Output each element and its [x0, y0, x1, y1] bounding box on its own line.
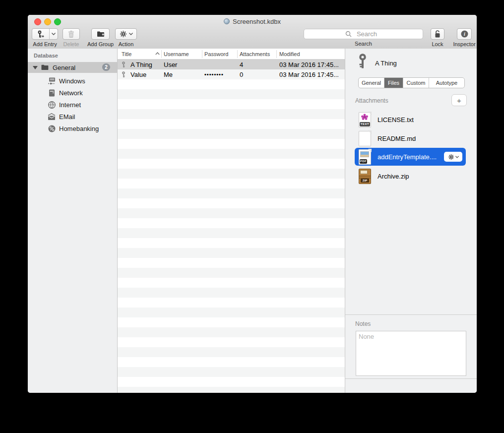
document-icon — [224, 18, 230, 24]
table-row[interactable]: A Thing User 4 03 Mar 2016 17:45... — [118, 60, 345, 69]
sidebar-item-network[interactable]: Network — [28, 87, 117, 99]
sidebar-item-label: Internet — [59, 101, 81, 109]
svg-text:i: i — [464, 31, 465, 37]
sidebar-group-badge: 2 — [102, 63, 110, 71]
sidebar-item-label: Network — [59, 89, 83, 97]
add-group-label: Add Group — [87, 41, 114, 47]
info-icon: i — [461, 30, 468, 38]
key-plus-icon — [32, 29, 50, 39]
add-entry-label: Add Entry — [33, 41, 57, 47]
text-file-icon: TEXT — [359, 112, 371, 127]
add-entry-group: Add Entry — [32, 28, 58, 47]
attachment-name: addEntryTemplate.... — [378, 153, 437, 161]
action-button[interactable] — [115, 28, 137, 40]
titlebar[interactable]: Screenshot.kdbx — [28, 15, 477, 28]
lock-button[interactable] — [431, 28, 444, 40]
tab-general[interactable]: General — [359, 78, 384, 88]
cell-title: Value — [130, 69, 146, 79]
percent-icon — [48, 125, 56, 132]
add-group-group: Add Group — [87, 28, 114, 47]
chevron-down-icon — [129, 33, 133, 35]
cell-title: A Thing — [130, 60, 152, 69]
notes-textarea[interactable] — [356, 331, 466, 376]
key-icon — [121, 71, 126, 78]
column-divider[interactable] — [237, 50, 238, 58]
app-window: Screenshot.kdbx Add Entry — [28, 15, 477, 393]
lock-group: Lock — [428, 28, 447, 47]
cell-username: User — [164, 60, 177, 69]
sidebar-item-email[interactable]: EMail — [28, 111, 117, 123]
cell-modified: 03 Mar 2016 17:45... — [279, 69, 339, 79]
attachment-row-archive[interactable]: ZIP Archive.zip — [352, 167, 469, 186]
column-header-password[interactable]: Password — [204, 49, 228, 60]
windows-icon — [48, 77, 56, 85]
inspector-button[interactable]: i — [457, 28, 472, 40]
tab-custom[interactable]: Custom — [403, 78, 429, 88]
attachment-row-readme[interactable]: README.md — [352, 129, 469, 148]
sidebar-item-homebanking[interactable]: Homebanking — [28, 123, 117, 134]
disclosure-triangle-icon[interactable] — [33, 66, 38, 69]
column-divider[interactable] — [276, 50, 277, 58]
empty-rows[interactable] — [118, 79, 345, 393]
add-entry-button[interactable] — [32, 28, 58, 40]
sidebar-item-internet[interactable]: Internet — [28, 99, 117, 111]
sidebar: Database General 2 Windows Network — [28, 49, 118, 393]
add-attachment-button[interactable]: + — [451, 94, 467, 106]
folder-plus-icon — [97, 31, 105, 37]
inspector-group: i Inspector — [450, 28, 477, 47]
tab-autotype[interactable]: Autotype — [429, 78, 464, 88]
search-label: Search — [355, 41, 372, 47]
delete-button[interactable] — [63, 28, 80, 40]
sort-ascending-icon — [155, 52, 160, 55]
inspector-label: Inspector — [453, 41, 475, 47]
column-header-modified[interactable]: Modified — [279, 49, 300, 60]
tab-files[interactable]: Files — [384, 78, 403, 88]
attachment-name: README.md — [378, 135, 416, 142]
notes-label: Notes — [355, 320, 371, 327]
entry-title: A Thing — [375, 60, 397, 67]
attachment-action-button[interactable] — [444, 152, 462, 162]
pdf-file-icon: PDF — [359, 149, 371, 165]
window-title: Screenshot.kdbx — [233, 18, 281, 25]
search-group: Search — [304, 29, 423, 47]
chevron-down-icon — [455, 156, 459, 158]
gear-icon — [448, 154, 454, 160]
add-entry-dropdown[interactable] — [50, 29, 58, 39]
sidebar-item-label: Windows — [59, 77, 85, 85]
folder-icon — [41, 64, 49, 70]
attachment-row-license[interactable]: TEXT LICENSE.txt — [352, 110, 469, 129]
sidebar-item-label: Homebanking — [59, 125, 99, 132]
sidebar-group-label: General — [53, 64, 75, 71]
sidebar-item-label: EMail — [59, 113, 75, 121]
attachment-name: LICENSE.txt — [378, 116, 414, 124]
column-header-attachments[interactable]: Attachments — [240, 49, 270, 60]
search-input[interactable] — [304, 29, 423, 39]
cell-attachments: 4 — [240, 60, 243, 69]
search-field[interactable] — [304, 29, 423, 39]
sidebar-header: Database — [34, 53, 58, 59]
column-header-title[interactable]: Title — [122, 49, 131, 60]
cell-modified: 03 Mar 2016 17:45... — [279, 60, 339, 69]
entry-key-icon — [358, 54, 368, 69]
trash-icon — [68, 30, 74, 38]
add-group-button[interactable] — [91, 28, 110, 40]
inspector-tabs: General Files Custom Autotype — [358, 77, 465, 88]
cell-username: Me — [164, 69, 173, 79]
lock-label: Lock — [432, 41, 443, 47]
file-badge: ZIP — [361, 179, 369, 183]
column-header-username[interactable]: Username — [164, 49, 189, 60]
attachment-row-addentrytemplate[interactable]: PDF addEntryTemplate.... — [355, 148, 466, 166]
window-chrome: Screenshot.kdbx Add Entry — [28, 15, 477, 49]
column-divider[interactable] — [161, 50, 162, 58]
inspector-panel: A Thing General Files Custom Autotype At… — [345, 49, 477, 393]
envelope-icon — [48, 113, 56, 120]
toolbar: Add Entry Delete Add Group — [32, 28, 473, 48]
sidebar-item-windows[interactable]: Windows — [28, 75, 117, 87]
attachments-label: Attachments — [355, 97, 388, 104]
table-row[interactable]: Value Me •••••••• 0 03 Mar 2016 17:45... — [118, 69, 345, 79]
unlock-icon — [434, 30, 441, 38]
column-divider[interactable] — [202, 50, 202, 58]
sidebar-group-general[interactable]: General 2 — [28, 62, 117, 73]
notes-divider — [345, 314, 477, 315]
table-header: Title Username Password Attachments Modi… — [118, 49, 345, 60]
